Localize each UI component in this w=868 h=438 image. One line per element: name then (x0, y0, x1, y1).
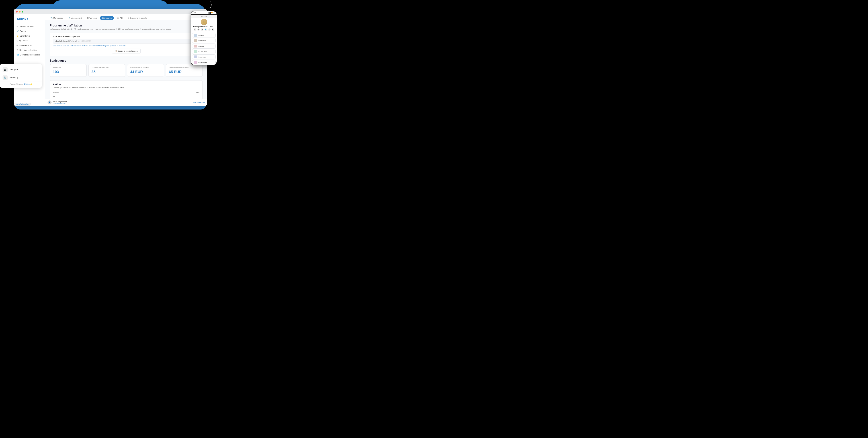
user-name: Kevin Ragonneau (53, 101, 67, 103)
phone-link-gender[interactable]: Gender Reveal (192, 60, 216, 65)
main-panel: Programme d'affiliation Invitez vos cont… (45, 20, 207, 99)
tab-supprimer[interactable]: ✕ Supprimer le compte (126, 16, 149, 20)
phone-link-vinted[interactable]: 🏷 Mon Vinted (192, 49, 216, 54)
user-email: contact@allinks.click (53, 103, 67, 104)
phone-profile: 🧍 Marine | LIFESTYLE & LOVE ✓ ✉ f ◉ 🐦 ♪ … (191, 18, 217, 32)
overlay-item-instagram[interactable]: 📷 Instagram (0, 66, 42, 74)
user-bar: 👤 Kevin Ragonneau contact@allinks.click … (45, 99, 207, 106)
sidebar: Allinks ⊞ Tableau de bord 🔗 Pages ⚡ Smar… (13, 14, 45, 106)
sidebar-item-tableau[interactable]: ⊞ Tableau de bord (13, 24, 45, 29)
minimize-button[interactable] (19, 11, 21, 12)
blog-icon: 📡 (3, 75, 8, 80)
phone-links-list: Mon blog Mes recettes Mes looks 🏷 Mon Vi… (191, 33, 217, 65)
looks-thumb (194, 44, 197, 47)
sidebar-item-qrcodes[interactable]: ⊟ QR codes (13, 38, 45, 43)
stat-value-commissions-attente: 44 EUR (130, 70, 161, 74)
vinted-thumb (194, 50, 197, 53)
phone-link-looks[interactable]: Mes looks (192, 43, 216, 48)
phone-status-bar: 16:56 ▐▐▐ 📶 🔋 (191, 11, 217, 14)
lightning-icon: ⚡ (17, 35, 19, 37)
app-logo: Allinks (13, 17, 45, 24)
copy-link-button[interactable]: 📋 Copier le lien d'affiliation (112, 48, 141, 54)
email-icon[interactable]: ✉ (194, 28, 196, 31)
stat-card-commissions-attente: Commissions en attente ℹ 44 EUR (127, 64, 164, 77)
globe-icon: 🌐 (17, 54, 19, 56)
overlay-allinks-link[interactable]: Allinks (24, 83, 30, 85)
user-avatar: 👤 (48, 100, 52, 104)
stat-card-inscriptions: Inscriptions ℹ 103 (50, 64, 87, 77)
user-url: https://allinks.click (193, 102, 205, 103)
signal-icon: ▐▐▐ (208, 12, 211, 13)
phone-time: 16:56 (193, 12, 196, 13)
phone-link-voyages[interactable]: Nos voyages (192, 55, 216, 60)
stat-label-commissions-approuvees: Commissions approuvées ℹ (169, 67, 199, 69)
affiliation-link-input[interactable]: https://allinks.click/?referral_key=1234… (53, 39, 199, 43)
affiliation-desc: Invitez vos contacts à rejoindre Allinks… (50, 28, 203, 30)
phone-link-recettes[interactable]: Mes recettes (192, 38, 216, 43)
instagram-icon: 📷 (3, 67, 8, 72)
page-content: Programme d'affiliation Invitez vos cont… (45, 20, 207, 99)
browser-titlebar (13, 9, 207, 14)
retirer-table-header: Montant EUR (53, 91, 199, 94)
phone-link-blog[interactable]: Mon blog (192, 33, 216, 38)
wifi-icon: 📶 (211, 12, 213, 13)
overlay-item-blog[interactable]: 📡 Mon blog (0, 74, 42, 81)
tab-paiements[interactable]: $ Paiements (85, 16, 99, 20)
url-tooltip: https://allinks.click (14, 103, 30, 105)
sidebar-item-pixels[interactable]: ◎ Pixels de suivi (13, 43, 45, 48)
browser-window: Allinks ⊞ Tableau de bord 🔗 Pages ⚡ Smar… (13, 9, 207, 106)
verified-icon: ✓ (213, 26, 214, 28)
circle-icon: ◎ (17, 44, 18, 46)
gender-thumb (194, 61, 197, 64)
sidebar-item-smartlinks[interactable]: ⚡ SmartLinks (13, 34, 45, 38)
link-icon: 🔗 (17, 30, 19, 32)
twitter-icon[interactable]: 🐦 (205, 28, 207, 31)
tab-affiliation[interactable]: ⊞ Affiliation (100, 16, 114, 20)
delete-icon: ✕ (128, 17, 129, 19)
affiliation-icon: ⊞ (102, 17, 103, 19)
tab-abonnement[interactable]: 📋 Abonnement (66, 16, 84, 20)
stat-label-abonnements: Abonnements payants ℹ (91, 67, 122, 69)
phone-social-icons: ✉ f ◉ 🐦 ♪ ▶ (194, 28, 214, 31)
facebook-icon[interactable]: f (197, 28, 200, 31)
link-label: Votre lien d'affiliation à partager : (53, 36, 199, 37)
phone-mockup: 16:56 ▐▐▐ 📶 🔋 allinks.click 🧍 Marine | L… (191, 11, 217, 65)
vinted-tag-icon: 🏷 (198, 51, 200, 52)
tab-api[interactable]: </> API (115, 16, 125, 20)
sidebar-item-pages[interactable]: 🔗 Pages (13, 29, 45, 34)
phone-username: Marine | LIFESTYLE & LOVE ✓ (193, 26, 214, 28)
voyages-thumb (194, 56, 197, 58)
info-icon: ℹ (62, 67, 62, 69)
stat-card-commissions-approuvees: Commissions approuvées ℹ 65 EUR (166, 64, 203, 77)
stats-grid: Inscriptions ℹ 103 Abonnements payants ℹ… (50, 64, 203, 77)
wrench-icon: 🔧 (51, 17, 53, 19)
affiliation-title: Programme d'affiliation (50, 24, 203, 27)
stat-value-abonnements: 38 (91, 70, 122, 74)
sidebar-item-domaine[interactable]: 🌐 Domaine personnalisé (13, 53, 45, 57)
retirer-desc: Une fois que vous aurez atteint au moins… (53, 87, 199, 89)
close-button[interactable] (16, 11, 18, 12)
retirer-section: Retirer Une fois que vous aurez atteint … (50, 80, 203, 99)
instagram-social-icon[interactable]: ◉ (201, 28, 204, 31)
affiliation-link-box: Votre lien d'affiliation à partager : ht… (50, 33, 203, 56)
maximize-button[interactable] (22, 11, 23, 12)
stat-label-commissions-attente: Commissions en attente ℹ (130, 67, 161, 69)
youtube-icon[interactable]: ▶ (212, 28, 214, 31)
recettes-thumb (194, 39, 197, 42)
tab-bar: 🔧 Mon compte 📋 Abonnement $ Paiements ⊞ … (45, 14, 207, 20)
stat-card-abonnements: Abonnements payants ℹ 38 (88, 64, 125, 77)
phone-avatar: 🧍 (201, 19, 207, 25)
dollar-icon: $ (87, 17, 88, 19)
tiktok-icon[interactable]: ♪ (208, 28, 211, 31)
info-icon-4: ℹ (188, 67, 189, 69)
info-icon-3: ℹ (148, 67, 149, 69)
qr-icon: ⊟ (17, 40, 18, 42)
sidebar-item-donnees[interactable]: ☰ Données collectées (13, 48, 45, 53)
stat-value-commissions-approuvees: 65 EUR (169, 70, 199, 74)
retirer-title: Retirer (53, 83, 199, 86)
browser-content: Allinks ⊞ Tableau de bord 🔗 Pages ⚡ Smar… (13, 14, 207, 106)
info-icon-2: ℹ (108, 67, 109, 69)
tab-compte[interactable]: 🔧 Mon compte (48, 16, 65, 20)
blog-thumb (194, 34, 197, 37)
stat-label-inscriptions: Inscriptions ℹ (53, 67, 84, 69)
